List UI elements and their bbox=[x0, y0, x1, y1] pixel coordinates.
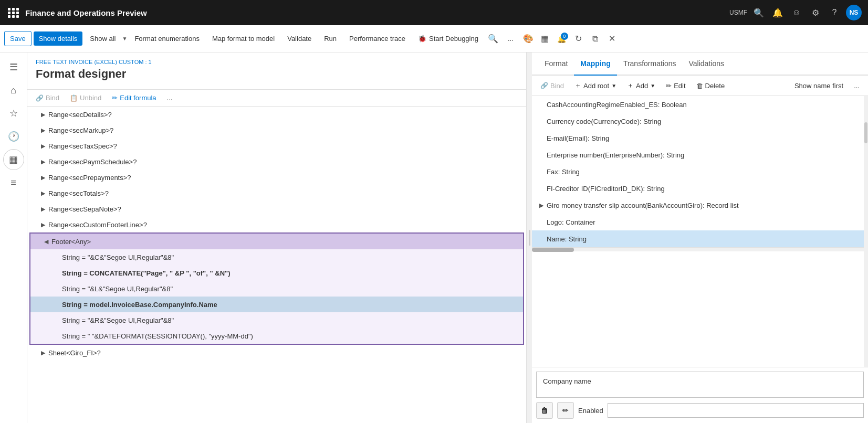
nav-dashboard-icon[interactable]: ⌂ bbox=[3, 80, 24, 101]
add-button[interactable]: ＋ Add ▼ bbox=[623, 79, 660, 92]
tree-item-range-secdetails[interactable]: ▶ Range<secDetails>? bbox=[27, 107, 526, 122]
avatar[interactable]: NS bbox=[846, 5, 862, 20]
tree-item-str2[interactable]: String = CONCATENATE("Page", " &P ", "of… bbox=[30, 265, 523, 281]
validate-button[interactable]: Validate bbox=[282, 31, 317, 46]
map-item-giro-money[interactable]: ▶ Giro money transfer slip account(BankA… bbox=[532, 197, 868, 214]
tree-item-range-seccustomfooterline[interactable]: ▶ Range<secCustomFooterLine>? bbox=[27, 217, 526, 232]
start-debugging-button[interactable]: 🐞 Start Debugging bbox=[413, 31, 484, 46]
map-item-enterprise-number[interactable]: Enterprise number(EnterpriseNumber): Str… bbox=[532, 146, 868, 163]
tree-item-range-sectaxspec[interactable]: ▶ Range<secTaxSpec>? bbox=[27, 138, 526, 154]
show-all-button[interactable]: Show all bbox=[85, 31, 121, 46]
trash-icon: 🗑 bbox=[696, 82, 703, 90]
right-more-button[interactable]: ... bbox=[850, 80, 864, 92]
tab-mapping[interactable]: Mapping bbox=[574, 52, 617, 76]
chevron-down-icon[interactable]: ▼ bbox=[611, 83, 616, 89]
map-item-email[interactable]: E-mail(Email): String bbox=[532, 130, 868, 146]
add-root-button[interactable]: ＋ Add root ▼ bbox=[570, 79, 621, 92]
title-bar: Finance and Operations Preview USMF 🔍 🔔 … bbox=[0, 0, 868, 25]
performance-trace-button[interactable]: Performance trace bbox=[344, 31, 411, 46]
spacer-icon bbox=[51, 315, 62, 325]
expand-icon[interactable]: ▶ bbox=[38, 188, 48, 198]
unbind-button[interactable]: 📋 Unbind bbox=[66, 92, 106, 104]
tree-item-str1[interactable]: String = "&C&"Segoe UI,Regular"&8" bbox=[30, 249, 523, 265]
tab-format[interactable]: Format bbox=[538, 52, 574, 76]
smiley-icon[interactable]: ☺ bbox=[789, 5, 804, 20]
tree-item-str4[interactable]: String = model.InvoiceBase.CompanyInfo.N… bbox=[30, 297, 523, 312]
map-item-fax[interactable]: Fax: String bbox=[532, 163, 868, 180]
map-item-currency-code[interactable]: Currency code(CurrencyCode): String bbox=[532, 113, 868, 130]
show-all-dropdown[interactable]: Show all ▼ bbox=[85, 31, 127, 46]
enabled-input[interactable] bbox=[608, 403, 864, 418]
map-item-fi-creditor[interactable]: FI-Creditor ID(FICreditorID_DK): String bbox=[532, 180, 868, 197]
show-details-button[interactable]: Show details bbox=[34, 31, 83, 46]
tree-item-range-secmarkup[interactable]: ▶ Range<secMarkup>? bbox=[27, 122, 526, 138]
delete-button[interactable]: 🗑 Delete bbox=[692, 80, 729, 92]
edit-action-button[interactable]: ✏ bbox=[557, 402, 574, 419]
search-icon[interactable]: 🔍 bbox=[751, 5, 766, 20]
expand-icon[interactable]: ▶ bbox=[38, 219, 48, 230]
bottom-actions: 🗑 ✏ Enabled bbox=[536, 402, 864, 419]
nav-recent-icon[interactable]: 🕐 bbox=[3, 126, 24, 147]
save-button[interactable]: Save bbox=[4, 31, 32, 46]
tree-item-str5[interactable]: String = "&R&"Segoe UI,Regular"&8" bbox=[30, 312, 523, 328]
expand-icon[interactable]: ▶ bbox=[38, 141, 48, 151]
delete-action-button[interactable]: 🗑 bbox=[536, 402, 553, 419]
toolbar-fullscreen-icon[interactable]: ⧉ bbox=[588, 31, 603, 46]
expand-icon[interactable]: ▶ bbox=[38, 347, 48, 358]
show-all-chevron-icon[interactable]: ▼ bbox=[122, 36, 128, 41]
toolbar-more-button[interactable]: ... bbox=[503, 31, 519, 46]
tree-item-str6[interactable]: String = " "&DATEFORMAT(SESSIONTODAY(), … bbox=[30, 328, 523, 344]
help-icon[interactable]: ? bbox=[827, 5, 842, 20]
expand-icon[interactable]: ▶ bbox=[38, 172, 48, 183]
right-body: CashAccountingRegimeEnabled_ES: Boolean … bbox=[532, 96, 868, 367]
format-enumerations-button[interactable]: Format enumerations bbox=[129, 31, 205, 46]
nav-list-icon[interactable]: ≡ bbox=[3, 172, 24, 193]
mapping-bind-button[interactable]: 🔗 Bind bbox=[536, 80, 568, 92]
left-nav: ☰ ⌂ ☆ 🕐 ▦ ≡ bbox=[0, 52, 27, 423]
tab-transformations[interactable]: Transformations bbox=[617, 52, 683, 76]
tree-item-sheet-giro-fi[interactable]: ▶ Sheet<Giro_FI>? bbox=[27, 345, 526, 361]
waffle-menu-button[interactable] bbox=[6, 5, 21, 20]
edit-formula-button[interactable]: ✏ Edit formula bbox=[108, 92, 160, 104]
map-item-cash-accounting[interactable]: CashAccountingRegimeEnabled_ES: Boolean bbox=[532, 96, 868, 113]
run-button[interactable]: Run bbox=[319, 31, 342, 46]
pencil-icon: ✏ bbox=[112, 94, 118, 102]
environment-selector[interactable]: USMF bbox=[729, 9, 747, 16]
nav-filter-icon[interactable]: ▦ bbox=[3, 149, 24, 170]
link-icon: 🔗 bbox=[540, 82, 548, 89]
tree-item-range-secsepanote[interactable]: ▶ Range<secSepaNote>? bbox=[27, 201, 526, 217]
show-name-first-button[interactable]: Show name first bbox=[790, 80, 848, 92]
map-format-to-model-button[interactable]: Map format to model bbox=[207, 31, 280, 46]
left-panel: FREE TEXT INVOICE (EXCEL) CUSTOM : 1 For… bbox=[27, 52, 527, 423]
panel-divider[interactable] bbox=[527, 52, 532, 423]
map-item-logo[interactable]: Logo: Container bbox=[532, 214, 868, 230]
tab-validations[interactable]: Validations bbox=[683, 52, 730, 76]
collapse-icon[interactable]: ◀ bbox=[41, 236, 51, 247]
nav-home-icon[interactable]: ☰ bbox=[3, 57, 24, 78]
tree-item-str3[interactable]: String = "&L&"Segoe UI,Regular"&8" bbox=[30, 281, 523, 297]
toolbar-column-icon[interactable]: ▦ bbox=[538, 31, 552, 46]
enabled-label: Enabled bbox=[578, 407, 603, 415]
expand-icon[interactable]: ▶ bbox=[38, 109, 48, 120]
edit-button[interactable]: ✏ Edit bbox=[662, 80, 689, 92]
tree-item-range-sectotals[interactable]: ▶ Range<secTotals>? bbox=[27, 185, 526, 201]
expand-icon[interactable]: ▶ bbox=[536, 200, 547, 210]
tree-item-range-secpaymschedule[interactable]: ▶ Range<secPaymSchedule>? bbox=[27, 154, 526, 170]
toolbar-search-icon[interactable]: 🔍 bbox=[486, 31, 500, 46]
expand-icon[interactable]: ▶ bbox=[38, 204, 48, 214]
map-item-name[interactable]: Name: String bbox=[532, 230, 868, 247]
toolbar-refresh-icon[interactable]: ↻ bbox=[571, 31, 586, 46]
settings-icon[interactable]: ⚙ bbox=[808, 5, 823, 20]
tree-item-footer-any[interactable]: ◀ Footer<Any> bbox=[30, 234, 523, 249]
tree-item-range-secprepayments[interactable]: ▶ Range<secPrepayments>? bbox=[27, 170, 526, 185]
nav-favorites-icon[interactable]: ☆ bbox=[3, 103, 24, 124]
expand-icon[interactable]: ▶ bbox=[38, 156, 48, 167]
chevron-down-icon[interactable]: ▼ bbox=[650, 83, 655, 89]
panel-more-button[interactable]: ... bbox=[163, 92, 177, 104]
expand-icon[interactable]: ▶ bbox=[38, 125, 48, 135]
bell-icon[interactable]: 🔔 bbox=[770, 5, 785, 20]
toolbar-close-icon[interactable]: ✕ bbox=[605, 31, 620, 46]
toolbar-badge-icon[interactable]: 🔔 0 bbox=[555, 31, 569, 46]
bind-button[interactable]: 🔗 Bind bbox=[32, 92, 64, 104]
toolbar-paint-icon[interactable]: 🎨 bbox=[521, 31, 536, 46]
